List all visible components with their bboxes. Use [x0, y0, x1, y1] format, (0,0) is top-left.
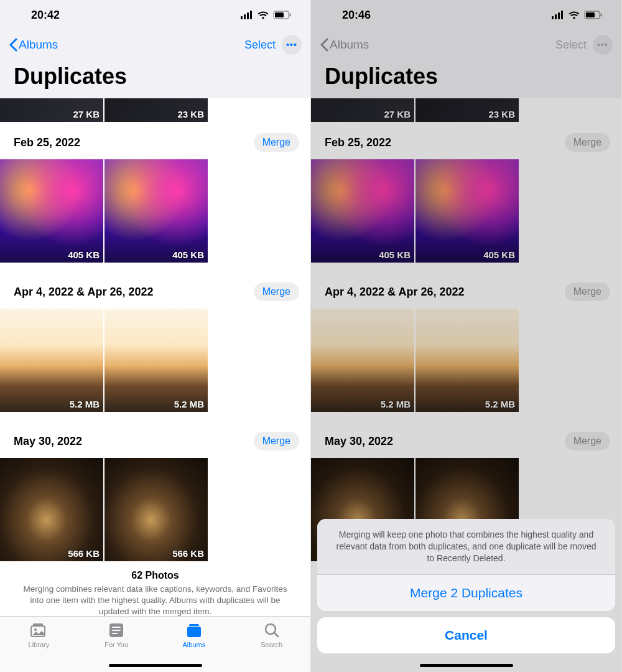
- merge-button: Merge: [565, 432, 610, 450]
- page-title: Duplicates: [0, 60, 310, 98]
- merge-button[interactable]: Merge: [254, 282, 299, 301]
- status-right: [552, 11, 603, 19]
- battery-icon: [584, 11, 603, 19]
- search-icon: [262, 622, 281, 639]
- content[interactable]: 27 KB 23 KB Feb 25, 2022 Merge 405 KB 40…: [0, 98, 310, 624]
- group-header: May 30, 2022 Merge: [0, 421, 310, 458]
- sheet-message: Merging will keep one photo that combine…: [317, 519, 615, 575]
- thumbnail: 23 KB: [415, 98, 519, 122]
- group-header: Feb 25, 2022 Merge: [0, 122, 310, 159]
- group-date: May 30, 2022: [14, 435, 82, 448]
- back-button[interactable]: Albums: [9, 38, 58, 52]
- size-badge: 5.2 MB: [485, 399, 515, 409]
- more-button[interactable]: •••: [282, 35, 302, 55]
- svg-point-9: [34, 628, 37, 631]
- svg-rect-17: [558, 12, 560, 19]
- phone-left: 20:42 Albums Select ••• Duplica: [0, 0, 311, 672]
- svg-rect-15: [552, 16, 554, 19]
- svg-rect-16: [555, 14, 557, 19]
- select-button: Select: [555, 39, 587, 52]
- tab-label: Library: [29, 641, 50, 648]
- size-badge: 405 KB: [172, 250, 204, 260]
- thumb-row: 405 KB 405 KB: [311, 159, 621, 263]
- tab-library[interactable]: Library: [14, 622, 63, 648]
- status-time: 20:46: [342, 9, 371, 22]
- thumbnail: 405 KB: [311, 159, 414, 263]
- phone-right: 20:46 Albums Select ••• Duplica: [311, 0, 622, 672]
- wifi-icon: [568, 11, 580, 19]
- peek-row: 27 KB 23 KB: [0, 98, 310, 122]
- thumb-row: 5.2 MB 5.2 MB: [311, 309, 621, 412]
- footer-info: 62 Photos Merging combines relevant data…: [0, 561, 310, 624]
- tab-albums[interactable]: Albums: [169, 622, 219, 648]
- albums-icon: [185, 622, 203, 639]
- thumbnail[interactable]: 23 KB: [104, 98, 208, 122]
- svg-rect-8: [33, 623, 43, 625]
- size-badge: 566 KB: [172, 548, 204, 559]
- tab-label: For You: [104, 641, 128, 648]
- thumbnail: 5.2 MB: [311, 309, 414, 412]
- peek-row: 27 KB 23 KB: [311, 98, 621, 122]
- thumbnail[interactable]: 5.2 MB: [104, 309, 208, 412]
- thumbnail[interactable]: 5.2 MB: [0, 309, 103, 412]
- ellipsis-icon: •••: [286, 40, 297, 50]
- size-badge: 5.2 MB: [70, 399, 100, 409]
- more-button: •••: [593, 35, 613, 55]
- library-icon: [29, 622, 48, 639]
- select-button[interactable]: Select: [244, 39, 276, 52]
- thumbnail: 405 KB: [415, 159, 519, 263]
- svg-rect-5: [275, 12, 284, 17]
- svg-rect-18: [561, 11, 563, 19]
- tab-foryou[interactable]: For You: [91, 622, 141, 648]
- cancel-button[interactable]: Cancel: [317, 617, 615, 653]
- size-badge: 5.2 MB: [174, 399, 204, 409]
- thumbnail[interactable]: 27 KB: [0, 98, 103, 122]
- size-badge: 23 KB: [488, 109, 515, 119]
- tab-search[interactable]: Search: [247, 622, 297, 648]
- nav-bar: Albums Select •••: [0, 30, 310, 60]
- size-badge: 27 KB: [384, 109, 411, 119]
- merge-button[interactable]: Merge: [254, 432, 299, 450]
- sheet-card: Merging will keep one photo that combine…: [317, 519, 615, 611]
- home-indicator[interactable]: [109, 664, 202, 667]
- merge-duplicates-button[interactable]: Merge 2 Duplicates: [317, 575, 615, 611]
- size-badge: 405 KB: [483, 250, 515, 260]
- thumb-row: 566 KB 566 KB: [0, 458, 310, 561]
- cell-signal-icon: [241, 11, 253, 19]
- thumb-row: 5.2 MB 5.2 MB: [0, 309, 310, 412]
- thumb-row: 405 KB 405 KB: [0, 159, 310, 263]
- size-badge: 5.2 MB: [381, 399, 411, 409]
- svg-line-14: [274, 633, 278, 637]
- back-button: Albums: [320, 38, 369, 52]
- content: 27 KB 23 KB Feb 25, 2022 Merge 405 KB 40…: [311, 98, 621, 561]
- size-badge: 23 KB: [177, 109, 204, 119]
- thumbnail: 27 KB: [311, 98, 414, 122]
- thumbnail[interactable]: 405 KB: [104, 159, 208, 263]
- tab-label: Search: [261, 641, 282, 648]
- svg-rect-3: [250, 11, 252, 19]
- battery-icon: [273, 11, 292, 19]
- merge-button: Merge: [565, 133, 610, 152]
- size-badge: 566 KB: [68, 548, 100, 559]
- home-indicator[interactable]: [420, 664, 513, 667]
- svg-rect-11: [187, 627, 201, 637]
- svg-rect-2: [247, 12, 249, 19]
- group-date: Apr 4, 2022 & Apr 26, 2022: [14, 286, 153, 299]
- group-header: May 30, 2022 Merge: [311, 421, 621, 458]
- svg-rect-6: [290, 14, 291, 17]
- svg-rect-12: [189, 624, 199, 626]
- chevron-left-icon: [320, 38, 328, 52]
- thumbnail[interactable]: 405 KB: [0, 159, 103, 263]
- thumbnail[interactable]: 566 KB: [104, 458, 208, 561]
- status-bar: 20:42: [0, 0, 310, 30]
- svg-rect-1: [244, 14, 246, 19]
- group-header: Apr 4, 2022 & Apr 26, 2022 Merge: [311, 271, 621, 309]
- back-label: Albums: [19, 38, 58, 52]
- chevron-left-icon: [9, 38, 17, 52]
- svg-rect-21: [601, 14, 602, 17]
- nav-bar: Albums Select •••: [311, 30, 621, 60]
- thumbnail[interactable]: 566 KB: [0, 458, 103, 561]
- merge-button[interactable]: Merge: [254, 133, 299, 152]
- back-label: Albums: [330, 38, 369, 52]
- group-header: Apr 4, 2022 & Apr 26, 2022 Merge: [0, 271, 310, 309]
